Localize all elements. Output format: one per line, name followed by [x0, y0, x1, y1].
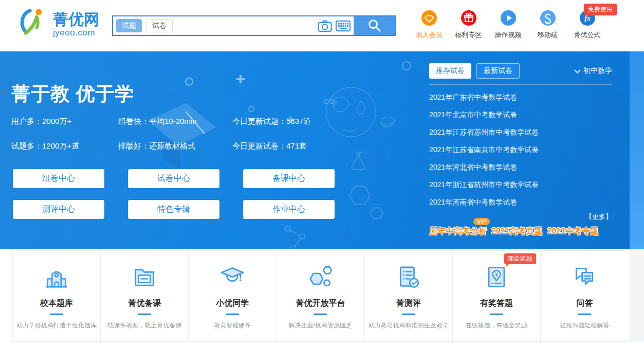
nav-label: 加入会员: [416, 30, 443, 40]
service-desc: 助力教培机构精准招生及教学: [369, 321, 449, 330]
paper-builder-center-button[interactable]: 组卷中心: [13, 169, 104, 188]
vip-diamond-icon: [421, 10, 437, 26]
chevron-down-icon: [574, 67, 581, 73]
subject-filter-dropdown[interactable]: 初中数学: [575, 66, 612, 76]
quick-link-exam-analysis[interactable]: 历年中高考分析: [429, 226, 487, 237]
chat-bubbles-icon: [570, 262, 599, 292]
hero-right-edge: [630, 51, 644, 249]
title-underline: [138, 314, 151, 315]
gift-icon: [461, 10, 476, 26]
more-link[interactable]: 【更多】: [429, 212, 612, 222]
nav-benefits[interactable]: 福利专区: [449, 10, 488, 40]
mobile-s-icon: [540, 10, 556, 26]
search-tab-papers[interactable]: 试卷: [146, 19, 173, 32]
service-title: 问答: [576, 298, 593, 309]
camera-icon[interactable]: [317, 19, 333, 33]
magnifier-icon: [367, 18, 381, 34]
quick-link-gaokao-2021[interactable]: 2021高考真题: [491, 226, 543, 237]
paper-list-item[interactable]: 2021年江苏省苏州市中考数学试卷: [429, 123, 612, 141]
right-gutter: [629, 249, 644, 342]
hero-stats: 用户多：2000万+ 组卷快：平均10-20min 今日更新试题：5637道 试…: [11, 117, 311, 151]
tab-recommended-papers[interactable]: 推荐试卷: [429, 63, 471, 79]
stat-layout: 排版好：还原教材格式: [118, 141, 232, 151]
graduation-cap-icon: [218, 262, 247, 292]
service-title: 校本题库: [40, 298, 73, 309]
service-title: 有奖答题: [480, 298, 513, 309]
cash-reward-badge: 现金奖励: [504, 253, 536, 264]
hexagons-icon: [306, 262, 335, 292]
keyboard-icon[interactable]: [335, 19, 351, 33]
search-tab-questions[interactable]: 试题: [116, 19, 142, 32]
lesson-prep-center-button[interactable]: 备课中心: [243, 169, 335, 188]
service-school-question-bank[interactable]: 校本题库 助力学校机构打造个性化题库: [13, 251, 101, 341]
nav-label: 福利专区: [455, 30, 482, 40]
paper-list-item[interactable]: 2021年河南省中考数学试卷: [429, 193, 612, 211]
service-title: 菁优开放平台: [296, 298, 345, 309]
nav-label: 移动端: [538, 30, 558, 40]
service-title: 菁测评: [396, 298, 421, 309]
paper-list-item[interactable]: 2021年江苏省南京市中考数学试卷: [429, 141, 612, 158]
paper-center-button[interactable]: 试卷中心: [128, 169, 219, 188]
tab-latest-papers[interactable]: 最新试卷: [476, 63, 520, 79]
service-reward-quiz[interactable]: 现金奖励 ¥ 有奖答题 在线答题，夺现金奖励: [453, 251, 541, 341]
service-title: 小优同学: [216, 298, 249, 309]
paper-list-item[interactable]: 2021年浙江省杭州市中考数学试卷: [429, 176, 612, 193]
title-underline: [314, 314, 327, 315]
service-lesson-prep[interactable]: 菁优备课 找课件教案，就上菁优备课: [101, 251, 189, 341]
papers-list: 2021年广东省中考数学试卷 2021年北京市中考数学试卷 2021年江苏省苏州…: [429, 88, 612, 211]
free-use-badge: 免费使用: [584, 4, 617, 15]
service-desc: 在线答题，夺现金奖励: [466, 321, 527, 330]
hero-headline: 菁于教 优于学: [11, 81, 134, 107]
stat-questions: 试题多：1200万+道: [11, 141, 118, 151]
nav-join-vip[interactable]: 加入会员: [409, 10, 449, 40]
stat-speed: 组卷快：平均10-20min: [118, 117, 232, 126]
stat-new-questions: 今日更新试题：5637道: [232, 117, 311, 126]
stat-new-papers: 今日更新试卷：471套: [232, 141, 311, 151]
svg-text:¥: ¥: [495, 271, 498, 278]
header: 菁优网 jyeoo.com 试题 试卷: [0, 0, 644, 51]
folder-icon: [130, 262, 159, 292]
paper-list-item[interactable]: 2021年北京市中考数学试卷: [429, 106, 612, 123]
header-nav: 加入会员 福利专区 操作视频: [409, 10, 607, 40]
services-grid: 校本题库 助力学校机构打造个性化题库 菁优备课 找课件教案，就上菁优备课: [12, 250, 629, 342]
homework-center-button[interactable]: 作业中心: [243, 200, 335, 219]
title-underline: [490, 314, 503, 315]
service-assessment[interactable]: 菁测评 助力教培机构精准招生及教学: [365, 251, 453, 341]
service-desc: 找课件教案，就上菁优备课: [107, 321, 181, 330]
evaluation-center-button[interactable]: 测评中心: [13, 200, 104, 219]
service-qa[interactable]: 问答 疑难问题轻松解答: [541, 251, 629, 341]
svg-text:CO2: CO2: [324, 98, 337, 106]
service-title: 菁优备课: [128, 298, 161, 309]
hero-center-buttons: 组卷中心 试卷中心 备课中心 测评中心 特色专辑 作业中心: [13, 169, 335, 219]
quick-link-zhongkao-2021[interactable]: 2021中考专题: [547, 226, 599, 237]
nav-mobile[interactable]: 移动端: [528, 10, 567, 40]
search-input[interactable]: [173, 16, 317, 35]
service-desc: 解决企业/机构资源匮乏: [289, 321, 352, 330]
papers-panel-header: 推荐试卷 最新试卷 初中数学: [429, 63, 612, 79]
papers-panel: 推荐试卷 最新试卷 初中数学 2021年广东省中考数学试卷 2021年北京市中考…: [429, 63, 612, 237]
nav-label: 菁优公式: [574, 30, 601, 40]
search-button[interactable]: [354, 16, 395, 35]
service-desc: 疑难问题轻松解答: [560, 321, 609, 330]
subject-filter-label: 初中数学: [583, 66, 612, 76]
school-building-icon: [42, 262, 71, 292]
paper-list-item[interactable]: 2021年河北省中考数学试卷: [429, 158, 612, 176]
report-check-icon: [394, 262, 423, 292]
logo-domain: jyeoo.com: [53, 28, 99, 38]
vip-badge: VIP: [473, 218, 490, 225]
site-logo[interactable]: 菁优网 jyeoo.com: [17, 8, 99, 41]
play-icon: [501, 10, 516, 26]
title-underline: [50, 314, 63, 315]
jyeoo-homepage: 菁优网 jyeoo.com 试题 试卷: [0, 0, 644, 350]
search-bar: 试题 试卷: [112, 15, 396, 36]
service-desc: 教育智能硬件: [214, 321, 251, 330]
service-xiaoyou-classmate[interactable]: 小优同学 教育智能硬件: [189, 251, 277, 341]
paper-list-item[interactable]: 2021年广东省中考数学试卷: [429, 88, 612, 106]
stat-users: 用户多：2000万+: [11, 117, 118, 126]
service-desc: 助力学校机构打造个性化题库: [16, 321, 97, 330]
hero-banner: CO2 菁于教 优于学 用户多：2000万+ 组卷快：平均10-20min 今日…: [0, 51, 644, 249]
special-albums-button[interactable]: 特色专辑: [128, 200, 219, 219]
service-open-platform[interactable]: 菁优开放平台 解决企业/机构资源匮乏: [277, 251, 364, 341]
logo-mark-icon: [17, 8, 48, 41]
nav-tutorial-videos[interactable]: 操作视频: [488, 10, 528, 40]
